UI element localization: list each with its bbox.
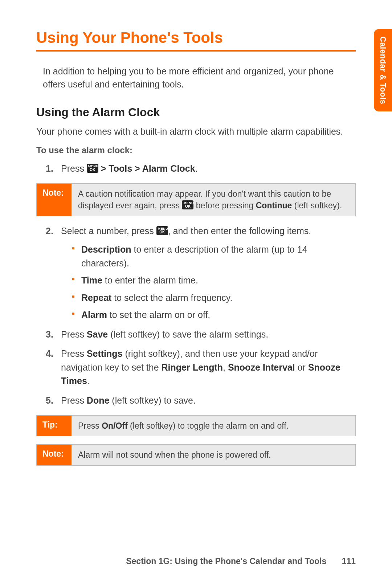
- procedure-label: To use the alarm clock:: [36, 145, 356, 155]
- onoff-label: On/Off: [102, 421, 128, 430]
- bullet-alarm: Alarm to set the alarm on or off.: [72, 308, 356, 322]
- menu-ok-key-icon: MENUOK: [156, 226, 168, 235]
- step-text: (left softkey) to save the alarm setting…: [108, 329, 268, 339]
- step-5: Press Done (left softkey) to save.: [46, 394, 356, 408]
- bullet-term: Time: [81, 275, 102, 285]
- section-lead: Your phone comes with a built-in alarm c…: [36, 125, 356, 138]
- note-text: before pressing: [193, 201, 256, 210]
- callout-label: Note:: [37, 445, 72, 465]
- step-text: (left softkey) to save.: [109, 395, 196, 405]
- bullet-text: to enter the alarm time.: [102, 275, 198, 285]
- step-text: , and then enter the following items.: [168, 226, 311, 236]
- step-text: .: [195, 163, 198, 173]
- bullet-term: Alarm: [81, 310, 107, 320]
- callout-label: Tip:: [37, 416, 72, 436]
- step-text: Select a number, press: [61, 226, 156, 236]
- tip-text: Press: [78, 421, 102, 430]
- step-4: Press Settings (right softkey), and then…: [46, 347, 356, 388]
- manual-page: Calendar & Tools Using Your Phone's Tool…: [0, 0, 392, 588]
- step-text: .: [87, 376, 90, 386]
- bullet-description: Description to enter a description of th…: [72, 243, 356, 270]
- title-rule: [36, 50, 356, 52]
- step-text: Press: [61, 163, 87, 173]
- section-tab: Calendar & Tools: [374, 29, 392, 111]
- step-list: Press MENUOK > Tools > Alarm Clock.: [46, 162, 356, 176]
- tip-callout: Tip: Press On/Off (left softkey) to togg…: [36, 415, 356, 436]
- ringer-length-label: Ringer Length: [162, 362, 223, 372]
- page-footer: Section 1G: Using the Phone's Calendar a…: [36, 556, 356, 566]
- callout-content: Press On/Off (left softkey) to toggle th…: [72, 416, 355, 436]
- menu-ok-key-icon: MENUOK: [87, 164, 98, 173]
- continue-label: Continue: [256, 201, 292, 210]
- bullet-repeat: Repeat to select the alarm frequency.: [72, 291, 356, 305]
- page-title: Using Your Phone's Tools: [36, 29, 356, 46]
- page-number: 111: [342, 556, 356, 566]
- step-list-cont: Select a number, press MENUOK, and then …: [46, 224, 356, 408]
- footer-section: Section 1G: Using the Phone's Calendar a…: [126, 556, 326, 566]
- step-1: Press MENUOK > Tools > Alarm Clock.: [46, 162, 356, 176]
- done-label: Done: [87, 395, 110, 405]
- note-callout: Note: A caution notification may appear.…: [36, 183, 356, 216]
- step-text: Press: [61, 329, 87, 339]
- tip-text: (left softkey) to toggle the alarm on an…: [128, 421, 289, 430]
- bullet-term: Description: [81, 244, 131, 254]
- step-text: Press: [61, 395, 87, 405]
- bullet-text: to select the alarm frequency.: [111, 293, 232, 303]
- note-callout-2: Note: Alarm will not sound when the phon…: [36, 444, 356, 465]
- step-text: ,: [223, 362, 228, 372]
- bullet-text: to set the alarm on or off.: [107, 310, 210, 320]
- bullet-term: Repeat: [81, 293, 111, 303]
- section-heading: Using the Alarm Clock: [36, 106, 356, 119]
- bullet-time: Time to enter the alarm time.: [72, 274, 356, 287]
- step-text: Press: [61, 348, 87, 359]
- callout-content: A caution notification may appear. If yo…: [72, 184, 355, 216]
- step-2: Select a number, press MENUOK, and then …: [46, 224, 356, 322]
- settings-label: Settings: [87, 348, 123, 359]
- note-text: (left softkey).: [292, 201, 342, 210]
- callout-label: Note:: [37, 184, 72, 216]
- bullet-list: Description to enter a description of th…: [72, 243, 356, 322]
- step-text: or: [295, 362, 308, 372]
- callout-content: Alarm will not sound when the phone is p…: [72, 445, 355, 465]
- step-path: > Tools > Alarm Clock: [98, 163, 195, 173]
- intro-paragraph: In addition to helping you to be more ef…: [43, 65, 352, 91]
- menu-ok-key-icon: MENUOK: [182, 200, 193, 209]
- save-label: Save: [87, 329, 108, 339]
- snooze-interval-label: Snooze Interval: [228, 362, 295, 372]
- step-3: Press Save (left softkey) to save the al…: [46, 328, 356, 342]
